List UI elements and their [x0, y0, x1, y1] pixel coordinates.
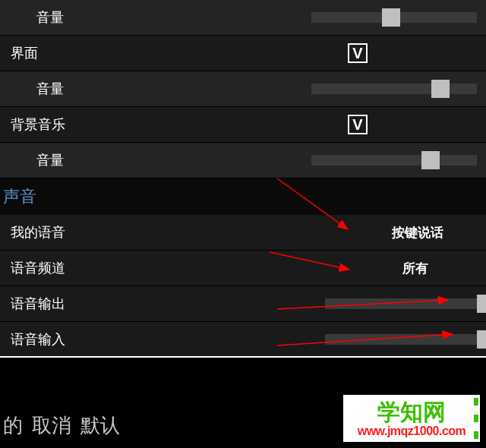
watermark-title: 学知网	[377, 399, 446, 424]
volume-label-2: 音量	[36, 151, 64, 169]
cancel-button[interactable]: 取消	[32, 412, 71, 439]
watermark-url: www.jmqz1000.com	[358, 424, 466, 438]
volume-label-0: 音量	[36, 8, 64, 27]
my-voice-value: 按键说话	[392, 224, 443, 241]
volume-slider-0[interactable]	[311, 12, 477, 23]
voice-output-row: 语音输出	[0, 286, 486, 322]
slider-thumb[interactable]	[421, 151, 440, 169]
bgm-label: 背景音乐	[11, 115, 65, 134]
voice-output-slider[interactable]	[325, 298, 486, 309]
voice-output-label: 语音输出	[11, 295, 65, 313]
interface-row: 界面 V	[0, 36, 486, 71]
footer-buttons: 的 取消 默认	[0, 412, 120, 439]
volume-row-1: 音量	[0, 71, 486, 107]
watermark: 学知网 www.jmqz1000.com	[343, 395, 480, 442]
volume-row-2: 音量	[0, 143, 486, 178]
voice-input-label: 语音输入	[11, 330, 65, 349]
volume-slider-2[interactable]	[311, 155, 477, 166]
bgm-checkbox[interactable]: V	[348, 115, 368, 134]
my-voice-label: 我的语音	[11, 223, 65, 241]
voice-input-row: 语音输入	[0, 322, 486, 358]
interface-label: 界面	[11, 44, 38, 62]
slider-thumb[interactable]	[477, 295, 486, 313]
voice-section-header: 声音	[0, 178, 486, 215]
slider-thumb[interactable]	[477, 330, 486, 349]
volume-row-0: 音量	[0, 0, 486, 36]
default-button[interactable]: 默认	[80, 412, 120, 439]
bgm-row: 背景音乐 V	[0, 107, 486, 143]
footer-partial: 的	[3, 412, 23, 439]
volume-label-1: 音量	[36, 80, 64, 98]
slider-thumb[interactable]	[431, 80, 450, 98]
volume-slider-1[interactable]	[311, 84, 477, 94]
interface-checkbox[interactable]: V	[348, 43, 368, 63]
voice-channel-value: 所有	[402, 260, 428, 277]
slider-thumb[interactable]	[382, 8, 400, 27]
voice-input-slider[interactable]	[325, 334, 486, 345]
voice-channel-row[interactable]: 语音频道 所有	[0, 251, 486, 286]
voice-channel-label: 语音频道	[11, 259, 65, 277]
my-voice-row[interactable]: 我的语音 按键说话	[0, 215, 486, 251]
